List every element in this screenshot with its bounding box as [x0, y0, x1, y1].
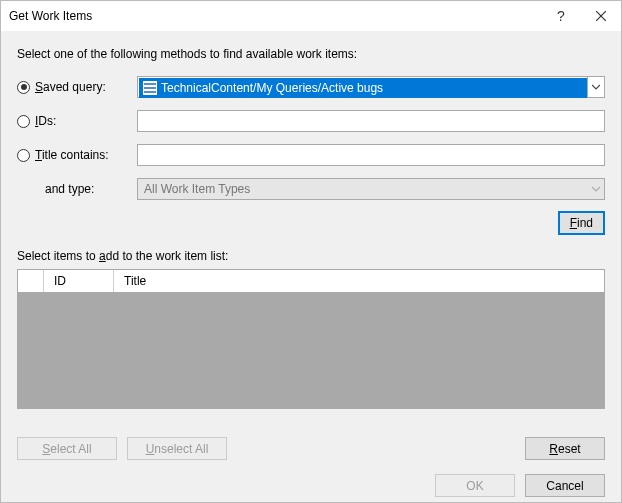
- ids-label: IDs:: [35, 114, 56, 128]
- radio-icon: [17, 149, 30, 162]
- and-type-label: and type:: [17, 182, 137, 196]
- unselect-all-button: Unselect All: [127, 437, 227, 460]
- grid-heading: Select items to add to the work item lis…: [17, 249, 605, 263]
- instruction-text: Select one of the following methods to f…: [17, 47, 605, 61]
- title-contains-radio[interactable]: Title contains:: [17, 148, 137, 162]
- grid-body: [18, 292, 604, 408]
- svg-rect-2: [144, 83, 156, 85]
- ids-input[interactable]: [137, 110, 605, 132]
- saved-query-label: Saved query:: [35, 80, 106, 94]
- close-button[interactable]: [581, 1, 621, 31]
- select-all-button: Select All: [17, 437, 117, 460]
- type-value: All Work Item Types: [144, 182, 250, 196]
- title-contains-label: Title contains:: [35, 148, 109, 162]
- grid-header: ID Title: [18, 270, 604, 292]
- close-icon: [596, 11, 606, 21]
- grid-col-title[interactable]: Title: [114, 270, 604, 292]
- results-grid[interactable]: ID Title: [17, 269, 605, 409]
- find-button[interactable]: Find: [558, 211, 605, 235]
- svg-rect-3: [144, 87, 156, 89]
- radio-icon: [17, 115, 30, 128]
- ok-button: OK: [435, 474, 515, 497]
- title-contains-input[interactable]: [137, 144, 605, 166]
- saved-query-value: TechnicalContent/My Queries/Active bugs: [161, 81, 383, 95]
- type-combo: All Work Item Types: [137, 178, 605, 200]
- help-button[interactable]: ?: [541, 1, 581, 31]
- titlebar: Get Work Items ?: [1, 1, 621, 31]
- saved-query-combo[interactable]: TechnicalContent/My Queries/Active bugs: [137, 76, 605, 98]
- saved-query-radio[interactable]: Saved query:: [17, 80, 137, 94]
- ids-radio[interactable]: IDs:: [17, 114, 137, 128]
- radio-icon: [17, 81, 30, 94]
- chevron-down-icon[interactable]: [587, 77, 604, 97]
- chevron-down-icon: [592, 182, 600, 196]
- grid-col-checkbox[interactable]: [18, 270, 44, 292]
- svg-rect-4: [144, 91, 156, 93]
- query-list-icon: [143, 81, 157, 95]
- reset-button[interactable]: Reset: [525, 437, 605, 460]
- window-title: Get Work Items: [9, 9, 541, 23]
- cancel-button[interactable]: Cancel: [525, 474, 605, 497]
- grid-col-id[interactable]: ID: [44, 270, 114, 292]
